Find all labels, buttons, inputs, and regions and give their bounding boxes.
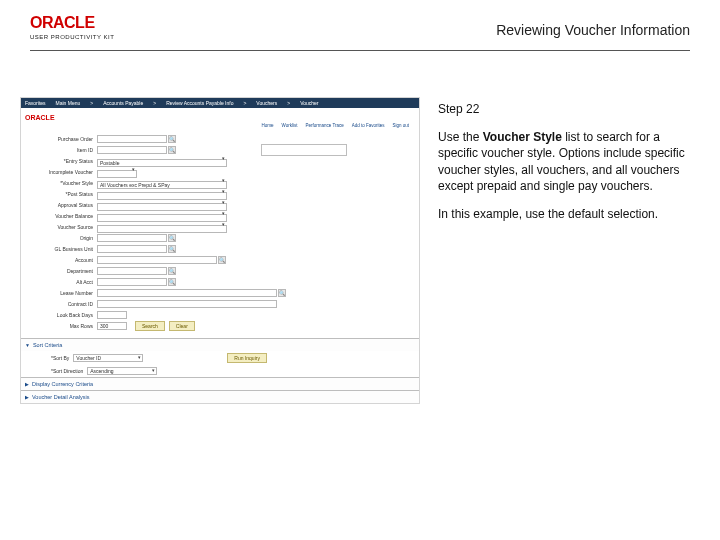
dept-label: Department bbox=[27, 268, 97, 274]
contract-label: Contract ID bbox=[27, 301, 97, 307]
link-perf[interactable]: Performance Trace bbox=[305, 123, 343, 128]
crumb-favorites[interactable]: Favorites bbox=[25, 100, 46, 106]
brand-block: ORACLE USER PRODUCTIVITY KIT bbox=[30, 14, 114, 40]
crumb-vouchers[interactable]: Vouchers bbox=[256, 100, 277, 106]
account-input[interactable] bbox=[97, 256, 217, 264]
lookback-label: Look Back Days bbox=[27, 312, 97, 318]
lookup-icon[interactable]: 🔍 bbox=[168, 135, 176, 143]
instruction-paragraph-1: Use the Voucher Style list to search for… bbox=[438, 129, 692, 194]
incomplete-label: Incomplete Voucher bbox=[27, 169, 97, 175]
link-signout[interactable]: Sign out bbox=[392, 123, 409, 128]
post-label: *Post Status bbox=[27, 191, 97, 197]
instruction-panel: Step 22 Use the Voucher Style list to se… bbox=[438, 97, 700, 404]
item-input[interactable] bbox=[97, 146, 167, 154]
oracle-small-logo: ORACLE bbox=[25, 114, 55, 121]
sortby-label: *Sort By bbox=[51, 355, 69, 361]
crumb-review[interactable]: Review Accounts Payable Info bbox=[166, 100, 233, 106]
voucher-style-term: Voucher Style bbox=[483, 130, 562, 144]
crumb-voucher[interactable]: Voucher bbox=[300, 100, 318, 106]
app-linkbar: Home Worklist Performance Trace Add to F… bbox=[25, 122, 415, 129]
lookup-icon[interactable]: 🔍 bbox=[168, 278, 176, 286]
maxrows-label: Max Rows bbox=[27, 323, 97, 329]
po-input[interactable] bbox=[97, 135, 167, 143]
origin-input[interactable] bbox=[97, 234, 167, 242]
vsource-label: Voucher Source bbox=[27, 224, 97, 230]
altacct-input[interactable] bbox=[97, 278, 167, 286]
page-title: Reviewing Voucher Information bbox=[496, 14, 690, 38]
app-brand-row: ORACLE Home Worklist Performance Trace A… bbox=[21, 108, 419, 131]
search-button[interactable]: Search bbox=[135, 321, 165, 331]
step-label: Step 22 bbox=[438, 101, 692, 117]
glunit-label: GL Business Unit bbox=[27, 246, 97, 252]
section-display-label: Display Currency Criteria bbox=[32, 381, 93, 387]
po-label: Purchase Order bbox=[27, 136, 97, 142]
link-home[interactable]: Home bbox=[262, 123, 274, 128]
sortorder-label: *Sort Direction bbox=[51, 368, 83, 374]
lease-input[interactable] bbox=[97, 289, 277, 297]
account-label: Account bbox=[27, 257, 97, 263]
lookup-icon[interactable]: 🔍 bbox=[278, 289, 286, 297]
approval-label: Approval Status bbox=[27, 202, 97, 208]
collapse-icon: ▶ bbox=[25, 394, 29, 400]
expand-icon: ▼ bbox=[25, 342, 30, 348]
origin-label: Origin bbox=[27, 235, 97, 241]
glunit-input[interactable] bbox=[97, 245, 167, 253]
vbalance-label: Voucher Balance bbox=[27, 213, 97, 219]
clear-button[interactable]: Clear bbox=[169, 321, 195, 331]
vsource-select[interactable] bbox=[97, 225, 227, 233]
lookup-icon[interactable]: 🔍 bbox=[218, 256, 226, 264]
maxrows-input[interactable] bbox=[97, 322, 127, 330]
section-display-currency[interactable]: ▶Display Currency Criteria bbox=[21, 377, 419, 390]
lookup-icon[interactable]: 🔍 bbox=[168, 245, 176, 253]
link-addfav[interactable]: Add to Favorites bbox=[352, 123, 385, 128]
entry-label: *Entry Status bbox=[27, 158, 97, 164]
oracle-logo: ORACLE bbox=[30, 14, 114, 32]
altacct-label: Alt Acct bbox=[27, 279, 97, 285]
vstyle-label: *Voucher Style bbox=[27, 180, 97, 186]
item-label: Item ID bbox=[27, 147, 97, 153]
lookup-icon[interactable]: 🔍 bbox=[168, 234, 176, 242]
collapse-icon: ▶ bbox=[25, 381, 29, 387]
run-inquiry-button[interactable]: Run Inquiry bbox=[227, 353, 267, 363]
lease-label: Lease Number bbox=[27, 290, 97, 296]
lookup-icon[interactable]: 🔍 bbox=[168, 146, 176, 154]
instruction-paragraph-2: In this example, use the default selecti… bbox=[438, 206, 692, 222]
sortorder-select[interactable]: Ascending bbox=[87, 367, 157, 375]
app-screenshot: Favorites Main Menu > Accounts Payable >… bbox=[20, 97, 420, 404]
text: Use the bbox=[438, 130, 483, 144]
header-divider bbox=[30, 50, 690, 51]
dept-input[interactable] bbox=[97, 267, 167, 275]
breadcrumb-bar: Favorites Main Menu > Accounts Payable >… bbox=[21, 98, 419, 108]
section-sort-label: Sort Criteria bbox=[33, 342, 62, 348]
lookup-icon[interactable]: 🔍 bbox=[168, 267, 176, 275]
crumb-ap[interactable]: Accounts Payable bbox=[103, 100, 143, 106]
crumb-main[interactable]: Main Menu bbox=[56, 100, 81, 106]
upk-subtitle: USER PRODUCTIVITY KIT bbox=[30, 34, 114, 40]
search-form: Purchase Order🔍 Item ID🔍 *Entry StatusPo… bbox=[21, 131, 419, 338]
section-detail-label: Voucher Detail Analysis bbox=[32, 394, 89, 400]
highlight-callout bbox=[261, 144, 347, 156]
sortby-select[interactable]: Voucher ID bbox=[73, 354, 143, 362]
lookback-input[interactable] bbox=[97, 311, 127, 319]
link-worklist[interactable]: Worklist bbox=[282, 123, 298, 128]
contract-input[interactable] bbox=[97, 300, 277, 308]
section-sort[interactable]: ▼Sort Criteria bbox=[21, 338, 419, 351]
section-voucher-detail[interactable]: ▶Voucher Detail Analysis bbox=[21, 390, 419, 403]
